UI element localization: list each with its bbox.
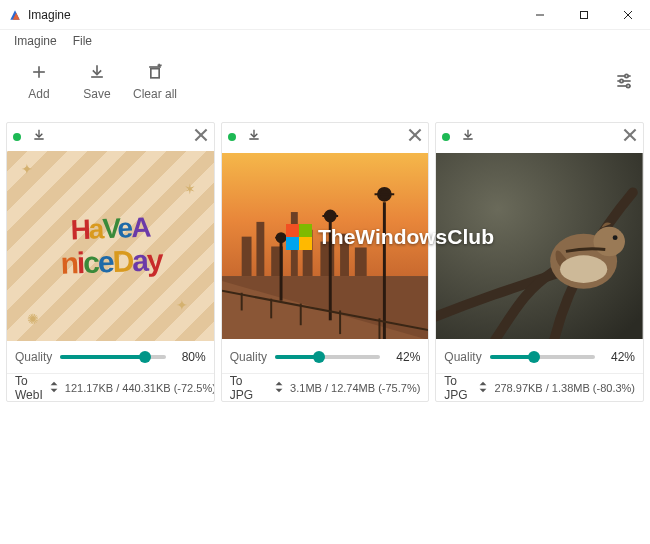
minimize-button[interactable]: [518, 0, 562, 30]
quality-row: Quality 80%: [7, 341, 214, 373]
format-row: To WebI 121.17KB / 440.31KB (-72.5%): [7, 373, 214, 401]
svg-rect-36: [291, 212, 298, 276]
svg-rect-38: [320, 241, 334, 275]
card-download-button[interactable]: [31, 127, 47, 147]
card-remove-button[interactable]: [408, 128, 422, 146]
svg-rect-34: [256, 221, 264, 275]
size-info: 278.97KB / 1.38MB (-80.3%): [494, 382, 635, 394]
svg-point-19: [627, 84, 630, 87]
svg-marker-64: [480, 381, 487, 384]
card-download-button[interactable]: [246, 127, 262, 147]
svg-point-61: [594, 226, 625, 256]
clear-all-label: Clear all: [133, 87, 177, 101]
status-dot-icon: [442, 133, 450, 141]
trash-icon: [144, 61, 166, 83]
sliders-icon: [614, 71, 634, 91]
format-select[interactable]: To WebI: [15, 374, 43, 402]
svg-point-17: [620, 79, 623, 82]
card-remove-button[interactable]: [623, 128, 637, 146]
svg-marker-25: [50, 388, 57, 391]
format-select[interactable]: To JPG: [230, 374, 268, 402]
image-thumbnail[interactable]: [436, 151, 643, 341]
svg-marker-53: [276, 381, 283, 384]
svg-rect-37: [302, 229, 312, 275]
quality-label: Quality: [444, 350, 481, 364]
save-button[interactable]: Save: [68, 61, 126, 101]
quality-slider[interactable]: [60, 355, 165, 359]
svg-rect-10: [151, 69, 159, 78]
clear-all-button[interactable]: Clear all: [126, 61, 184, 101]
close-button[interactable]: [606, 0, 650, 30]
format-select[interactable]: To JPG: [444, 374, 472, 402]
download-icon: [86, 61, 108, 83]
quality-slider[interactable]: [490, 355, 595, 359]
svg-marker-65: [480, 388, 487, 391]
svg-rect-40: [355, 247, 367, 276]
quality-value: 42%: [603, 350, 635, 364]
app-logo-icon: [8, 8, 22, 22]
menu-imagine[interactable]: Imagine: [6, 32, 65, 50]
save-label: Save: [83, 87, 110, 101]
svg-point-62: [613, 235, 618, 240]
quality-label: Quality: [15, 350, 52, 364]
plus-icon: [28, 61, 50, 83]
card-remove-button[interactable]: [194, 128, 208, 146]
sort-icon: [274, 379, 284, 397]
settings-button[interactable]: [614, 71, 634, 91]
card-download-button[interactable]: [460, 127, 476, 147]
card-header: [7, 123, 214, 151]
card-header: [436, 123, 643, 151]
toolbar: Add Save Clear all: [0, 52, 650, 116]
format-row: To JPG 278.97KB / 1.38MB (-80.3%): [436, 373, 643, 401]
image-grid: ✦ ✶ ✺ ✦ HaVeA niceDay Quality 80% To Web…: [0, 116, 650, 408]
title-bar: Imagine: [0, 0, 650, 30]
format-row: To JPG 3.1MB / 12.74MB (-75.7%): [222, 373, 429, 401]
quality-value: 80%: [174, 350, 206, 364]
window-title: Imagine: [28, 8, 518, 22]
window-controls: [518, 0, 650, 30]
size-info: 121.17KB / 440.31KB (-72.5%): [65, 382, 215, 394]
quality-row: Quality 42%: [222, 341, 429, 373]
sort-icon: [49, 379, 59, 397]
svg-point-15: [625, 74, 628, 77]
image-card: Quality 42% To JPG 3.1MB / 12.74MB (-75.…: [221, 122, 430, 402]
card-header: [222, 123, 429, 151]
add-button[interactable]: Add: [10, 61, 68, 101]
quality-value: 42%: [388, 350, 420, 364]
image-card: ✦ ✶ ✺ ✦ HaVeA niceDay Quality 80% To Web…: [6, 122, 215, 402]
menu-bar: Imagine File: [0, 30, 650, 52]
svg-rect-3: [581, 11, 588, 18]
quality-label: Quality: [230, 350, 267, 364]
quality-slider[interactable]: [275, 355, 380, 359]
sort-icon: [478, 379, 488, 397]
image-card: Quality 42% To JPG 278.97KB / 1.38MB (-8…: [435, 122, 644, 402]
add-label: Add: [28, 87, 49, 101]
quality-row: Quality 42%: [436, 341, 643, 373]
image-thumbnail[interactable]: ✦ ✶ ✺ ✦ HaVeA niceDay: [7, 151, 214, 341]
svg-marker-54: [276, 388, 283, 391]
svg-point-63: [560, 255, 607, 283]
svg-rect-33: [241, 236, 251, 275]
menu-file[interactable]: File: [65, 32, 100, 50]
svg-marker-24: [50, 381, 57, 384]
status-dot-icon: [228, 133, 236, 141]
maximize-button[interactable]: [562, 0, 606, 30]
svg-rect-39: [340, 233, 349, 275]
size-info: 3.1MB / 12.74MB (-75.7%): [290, 382, 420, 394]
status-dot-icon: [13, 133, 21, 141]
image-thumbnail[interactable]: [222, 151, 429, 341]
